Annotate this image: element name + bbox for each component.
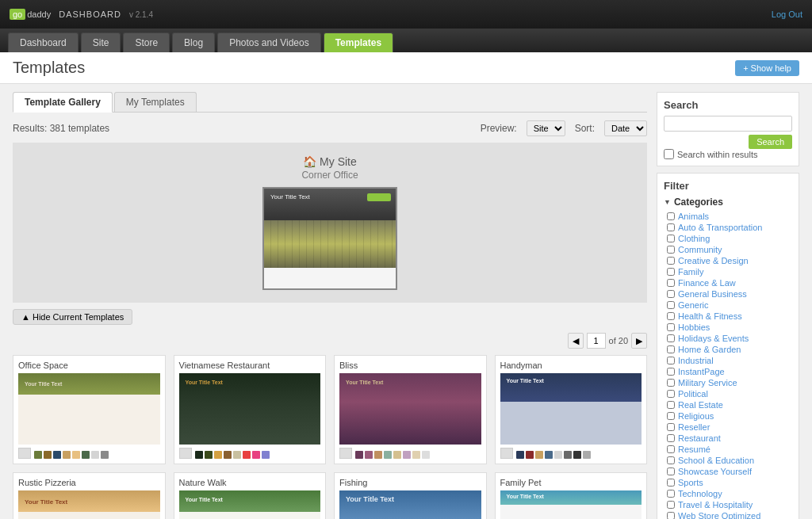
template-card-office-space[interactable]: Office Space (13, 355, 166, 464)
filter-item[interactable]: Finance & Law (664, 277, 792, 288)
tab-templates[interactable]: Templates (324, 32, 393, 52)
sort-select[interactable]: Date (604, 120, 647, 136)
filter-item[interactable]: Resumé (664, 444, 792, 455)
tab-photos-videos[interactable]: Photos and Videos (217, 32, 321, 52)
sub-tab-gallery[interactable]: Template Gallery (13, 92, 113, 113)
template-card-nature[interactable]: Nature Walk (174, 472, 327, 519)
filter-item[interactable]: Auto & Transportation (664, 222, 792, 233)
filter-item[interactable]: General Business (664, 288, 792, 300)
filter-checkbox[interactable] (667, 512, 675, 519)
filter-checkbox[interactable] (667, 456, 675, 464)
filter-item-label: Real Estate (678, 400, 723, 410)
color-swatch (205, 451, 213, 459)
show-help-button[interactable]: + Show help (735, 60, 799, 76)
filter-item[interactable]: Real Estate (664, 399, 792, 410)
filter-item[interactable]: Showcase Yourself (664, 466, 792, 477)
filter-item[interactable]: Technology (664, 488, 792, 499)
search-within-checkbox[interactable] (664, 149, 674, 159)
filter-checkbox[interactable] (667, 501, 675, 509)
filter-checkbox[interactable] (667, 490, 675, 498)
filter-checkbox[interactable] (667, 268, 675, 276)
filter-item[interactable]: Creative & Design (664, 255, 792, 266)
prev-page-button[interactable]: ◀ (568, 333, 584, 349)
filter-checkbox[interactable] (667, 357, 675, 364)
filter-item[interactable]: Travel & Hospitality (664, 499, 792, 510)
template-thumb-nature (179, 490, 321, 519)
filter-checkbox[interactable] (667, 445, 675, 453)
filter-item[interactable]: Clothing (664, 233, 792, 244)
logout-link[interactable]: Log Out (772, 10, 802, 19)
color-swatch (252, 451, 260, 459)
filter-item[interactable]: School & Education (664, 455, 792, 466)
filter-checkbox[interactable] (667, 212, 675, 220)
filter-checkbox[interactable] (667, 301, 675, 309)
filter-checkbox[interactable] (667, 412, 675, 420)
filter-checkbox[interactable] (667, 290, 675, 298)
tab-dashboard[interactable]: Dashboard (8, 32, 79, 52)
filter-item-label: Animals (678, 212, 709, 221)
filter-checkbox[interactable] (667, 312, 675, 320)
filter-item[interactable]: Hobbies (664, 322, 792, 333)
filter-checkbox[interactable] (667, 368, 675, 376)
filter-item[interactable]: Health & Fitness (664, 311, 792, 322)
page-of-label: of 20 (609, 336, 628, 345)
filter-item-label: Technology (678, 489, 722, 498)
filter-item[interactable]: Animals (664, 211, 792, 222)
preview-select[interactable]: Site (527, 120, 565, 136)
filter-checkbox[interactable] (667, 235, 675, 242)
filter-checkbox[interactable] (667, 257, 675, 265)
filter-item[interactable]: Religious (664, 410, 792, 422)
search-input[interactable] (664, 116, 792, 132)
filter-checkbox[interactable] (667, 223, 675, 231)
template-bottom-viet (179, 448, 321, 459)
filter-item[interactable]: Generic (664, 300, 792, 311)
filter-item[interactable]: Community (664, 244, 792, 255)
topbar-dashboard: DASHBOARD (59, 10, 121, 19)
filter-items-list: AnimalsAuto & TransportationClothingComm… (664, 211, 792, 519)
filter-checkbox[interactable] (667, 246, 675, 254)
next-page-button[interactable]: ▶ (631, 333, 647, 349)
template-card-fishing[interactable]: Fishing (334, 472, 487, 519)
template-card-rustic[interactable]: Rustic Pizzeria (13, 472, 166, 519)
filter-item[interactable]: Family (664, 266, 792, 277)
filter-checkbox[interactable] (667, 467, 675, 475)
filter-item-label: Sports (678, 478, 703, 487)
filter-checkbox[interactable] (667, 434, 675, 442)
filter-item[interactable]: Holidays & Events (664, 333, 792, 344)
filter-item[interactable]: Military Service (664, 377, 792, 388)
filter-checkbox[interactable] (667, 479, 675, 487)
filter-checkbox[interactable] (667, 379, 675, 387)
tab-blog[interactable]: Blog (172, 32, 215, 52)
search-button[interactable]: Search (749, 135, 792, 149)
filter-item-label: Holidays & Events (678, 334, 749, 343)
template-card-family-pet[interactable]: Family Pet (495, 472, 648, 519)
topbar-version: v 2.1.4 (129, 10, 153, 19)
filter-item[interactable]: InstantPage (664, 366, 792, 377)
page-number-input[interactable] (587, 333, 606, 349)
hide-templates-button[interactable]: ▲ Hide Current Templates (13, 309, 132, 325)
sub-tab-my-templates[interactable]: My Templates (114, 92, 197, 112)
filter-item[interactable]: Sports (664, 477, 792, 488)
template-card-handyman[interactable]: Handyman (495, 355, 648, 464)
color-swatch (374, 451, 382, 459)
tab-store[interactable]: Store (123, 32, 170, 52)
filter-checkbox[interactable] (667, 323, 675, 331)
filter-item[interactable]: Industrial (664, 355, 792, 366)
filter-checkbox[interactable] (667, 390, 675, 398)
filter-checkbox[interactable] (667, 423, 675, 431)
filter-checkbox[interactable] (667, 401, 675, 409)
filter-item[interactable]: Web Store Optimized (664, 510, 792, 519)
filter-item-label: Web Store Optimized (678, 511, 760, 519)
filter-item-label: Showcase Yourself (678, 467, 752, 476)
filter-checkbox[interactable] (667, 279, 675, 287)
template-card-viet[interactable]: Vietnamese Restaurant (174, 355, 327, 464)
filter-checkbox[interactable] (667, 345, 675, 353)
filter-item[interactable]: Reseller (664, 422, 792, 433)
filter-item[interactable]: Restaurant (664, 433, 792, 444)
tab-site[interactable]: Site (81, 32, 121, 52)
filter-item[interactable]: Political (664, 388, 792, 399)
template-card-bliss[interactable]: Bliss (334, 355, 487, 464)
filter-item-label: School & Education (678, 456, 754, 465)
filter-item[interactable]: Home & Garden (664, 344, 792, 355)
filter-checkbox[interactable] (667, 334, 675, 342)
